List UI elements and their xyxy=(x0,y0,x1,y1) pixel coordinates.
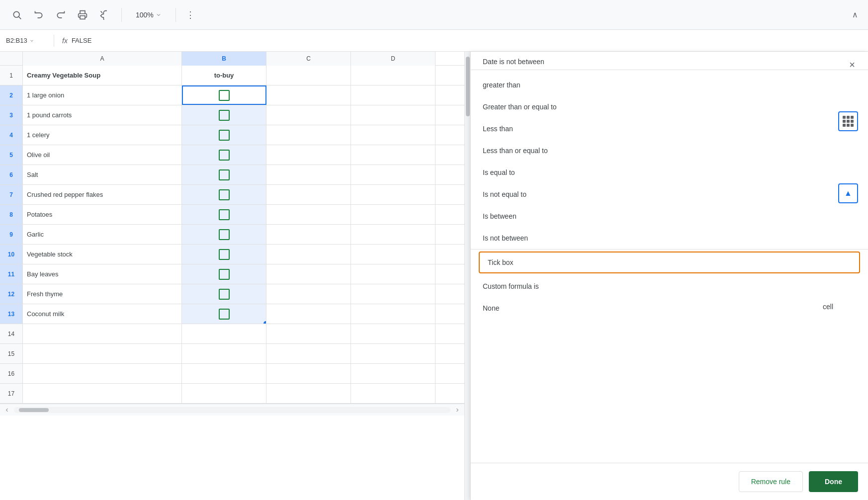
cell-a[interactable]: Vegetable stock xyxy=(23,245,182,264)
cell-a[interactable]: Potatoes xyxy=(23,205,182,224)
table-row[interactable]: 31 pound carrots xyxy=(0,105,464,125)
scroll-right-icon[interactable] xyxy=(454,407,460,413)
print-icon[interactable] xyxy=(76,8,89,22)
cell-a[interactable]: Garlic xyxy=(23,225,182,244)
cell-a[interactable]: 1 pound carrots xyxy=(23,105,182,125)
cell-c[interactable] xyxy=(266,364,351,383)
cell-c[interactable] xyxy=(266,284,351,304)
cell-b[interactable] xyxy=(182,264,266,284)
horizontal-scrollbar[interactable] xyxy=(14,407,450,413)
dropdown-item-greater_than_equal[interactable]: Greater than or equal to xyxy=(471,96,868,118)
cell-d[interactable] xyxy=(351,125,435,145)
cell-c[interactable] xyxy=(266,85,351,105)
cell-c[interactable] xyxy=(266,324,351,343)
dropdown-list[interactable]: greater thanGreater than or equal toLess… xyxy=(471,70,868,463)
table-row[interactable]: 7Crushed red pepper flakes xyxy=(0,185,464,205)
cell-d[interactable] xyxy=(351,264,435,284)
cell-a[interactable]: Fresh thyme xyxy=(23,284,182,304)
table-row[interactable]: 10Vegetable stock xyxy=(0,245,464,264)
cell-c[interactable] xyxy=(266,185,351,204)
dropdown-item-none[interactable]: None xyxy=(471,297,868,319)
table-row[interactable]: 6Salt xyxy=(0,165,464,185)
cell-a[interactable]: Bay leaves xyxy=(23,264,182,284)
cell-b[interactable] xyxy=(182,165,266,184)
undo-icon[interactable] xyxy=(32,8,46,22)
cell-c[interactable] xyxy=(266,145,351,165)
dropdown-item-greater_than[interactable]: greater than xyxy=(471,74,868,96)
cell-b[interactable] xyxy=(182,324,266,343)
cell-a[interactable]: 1 large onion xyxy=(23,85,182,105)
cell-b[interactable] xyxy=(182,205,266,224)
cell-c[interactable] xyxy=(266,165,351,184)
redo-icon[interactable] xyxy=(54,8,68,22)
cell-d[interactable] xyxy=(351,85,435,105)
scroll-left-icon[interactable] xyxy=(4,407,10,413)
table-row[interactable]: 9Garlic xyxy=(0,225,464,245)
dropdown-item-is_between[interactable]: Is between xyxy=(471,205,868,227)
cell-b[interactable] xyxy=(182,284,266,304)
cell-d[interactable] xyxy=(351,284,435,304)
cell-b[interactable] xyxy=(182,364,266,383)
cell-b[interactable] xyxy=(182,225,266,244)
table-row[interactable]: 13Coconut milk xyxy=(0,304,464,324)
cell-c[interactable] xyxy=(266,105,351,125)
cell-d[interactable] xyxy=(351,225,435,244)
cell-b[interactable] xyxy=(182,85,266,105)
table-row[interactable]: 8Potatoes xyxy=(0,205,464,225)
dropdown-item-tick_box[interactable]: Tick box xyxy=(479,251,860,273)
cell-b[interactable]: to-buy xyxy=(182,66,266,85)
format-paint-icon[interactable] xyxy=(97,8,111,22)
dropdown-item-less_than_equal[interactable]: Less than or equal to xyxy=(471,140,868,162)
cell-d[interactable] xyxy=(351,344,435,363)
dropdown-item-is_not_equal_to[interactable]: Is not equal to xyxy=(471,183,868,205)
dropdown-item-is_equal_to[interactable]: Is equal to xyxy=(471,162,868,183)
table-row[interactable]: 11Bay leaves xyxy=(0,264,464,284)
col-header-c[interactable]: C xyxy=(266,52,351,66)
table-row[interactable]: 17 xyxy=(0,384,464,404)
selection-handle[interactable] xyxy=(263,321,266,324)
cell-c[interactable] xyxy=(266,205,351,224)
cell-c[interactable] xyxy=(266,264,351,284)
cell-c[interactable] xyxy=(266,384,351,403)
table-row[interactable]: 15 xyxy=(0,344,464,364)
cell-a[interactable]: 1 celery xyxy=(23,125,182,145)
cell-d[interactable] xyxy=(351,165,435,184)
cell-d[interactable] xyxy=(351,245,435,264)
cell-b[interactable] xyxy=(182,185,266,204)
cell-a[interactable]: Coconut milk xyxy=(23,304,182,324)
cell-b[interactable] xyxy=(182,105,266,125)
cell-a[interactable]: Salt xyxy=(23,165,182,184)
col-header-a[interactable]: A xyxy=(23,52,182,66)
table-row[interactable]: 5Olive oil xyxy=(0,145,464,165)
cell-b[interactable] xyxy=(182,245,266,264)
table-row[interactable]: 14 xyxy=(0,324,464,344)
done-button[interactable]: Done xyxy=(809,471,858,492)
zoom-control[interactable]: 100% xyxy=(132,9,166,21)
cell-d[interactable] xyxy=(351,384,435,403)
cell-d[interactable] xyxy=(351,105,435,125)
cell-c[interactable] xyxy=(266,125,351,145)
cell-c[interactable] xyxy=(266,344,351,363)
remove-rule-button[interactable]: Remove rule xyxy=(739,471,803,492)
cell-d[interactable] xyxy=(351,185,435,204)
cell-d[interactable] xyxy=(351,304,435,324)
dropdown-item-custom_formula[interactable]: Custom formula is xyxy=(471,275,868,297)
cell-c[interactable] xyxy=(266,225,351,244)
cell-d[interactable] xyxy=(351,324,435,343)
cell-a[interactable] xyxy=(23,364,182,383)
cell-b[interactable] xyxy=(182,384,266,403)
cell-c[interactable] xyxy=(266,245,351,264)
vertical-scrollbar[interactable] xyxy=(464,52,470,500)
col-header-b[interactable]: B xyxy=(182,52,266,66)
table-row[interactable]: 16 xyxy=(0,364,464,384)
grid-view-icon[interactable] xyxy=(838,111,858,131)
table-row[interactable]: 21 large onion xyxy=(0,85,464,105)
cell-a[interactable]: Creamy Vegetable Soup xyxy=(23,66,182,85)
chevron-up-button[interactable]: ▲ xyxy=(838,183,858,203)
cell-a[interactable] xyxy=(23,324,182,343)
cell-b[interactable] xyxy=(182,125,266,145)
cell-a[interactable]: Olive oil xyxy=(23,145,182,165)
dropdown-item-is_not_between[interactable]: Is not between xyxy=(471,227,868,250)
cell-b[interactable] xyxy=(182,145,266,165)
dropdown-item-less_than[interactable]: Less than xyxy=(471,118,868,140)
